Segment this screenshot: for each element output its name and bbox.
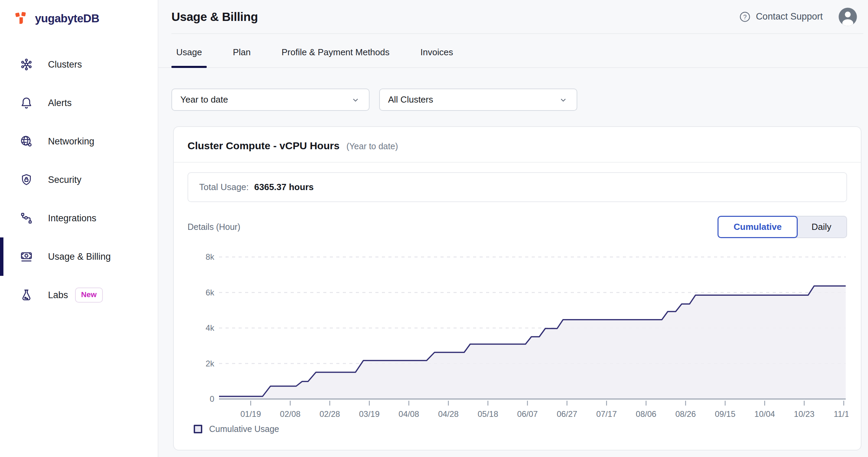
usage-area-chart: 02k4k6k8k01/1902/0802/2803/1904/0804/280…	[188, 247, 848, 419]
main-content: Usage & Billing ? Contact Support UsageP…	[158, 0, 868, 457]
new-badge: New	[75, 288, 103, 303]
x-tick-label: 09/15	[715, 409, 735, 419]
y-tick-label: 0	[210, 394, 214, 403]
cluster-select[interactable]: All Clusters	[379, 89, 577, 111]
usage-card: Cluster Compute - vCPU Hours (Year to da…	[173, 126, 861, 450]
tab-plan[interactable]: Plan	[228, 47, 255, 67]
x-tick-label: 04/08	[399, 409, 419, 419]
globe-gear-icon	[19, 134, 34, 149]
header-divider	[171, 33, 863, 34]
sidebar-item-security[interactable]: Security	[0, 161, 158, 199]
clusters-icon	[19, 57, 34, 72]
y-tick-label: 4k	[206, 323, 215, 332]
x-tick-label: 03/19	[359, 409, 379, 419]
sidebar-item-clusters[interactable]: Clusters	[0, 45, 158, 84]
usage-card-title: Cluster Compute - vCPU Hours	[188, 140, 339, 152]
y-tick-label: 8k	[206, 252, 215, 261]
sidebar: yugabyteDB Clusters Alerts Networking Se…	[0, 0, 158, 457]
x-tick-label: 10/23	[794, 409, 815, 419]
bell-icon	[19, 96, 34, 110]
x-tick-label: 01/19	[240, 409, 261, 419]
x-tick-label: 08/06	[636, 409, 656, 419]
chevron-down-icon	[558, 95, 568, 105]
x-tick-label: 04/28	[438, 409, 459, 419]
cluster-select-value: All Clusters	[388, 94, 433, 105]
contact-support-label: Contact Support	[756, 11, 823, 22]
details-label: Details (Hour)	[188, 222, 240, 232]
sidebar-item-label: Usage & Billing	[48, 251, 111, 262]
sidebar-item-label: Integrations	[48, 213, 96, 224]
cumulative-daily-toggle: CumulativeDaily	[718, 216, 847, 238]
contact-support-button[interactable]: ? Contact Support	[739, 11, 823, 23]
x-tick-label: 06/07	[517, 409, 538, 419]
sidebar-nav: Clusters Alerts Networking Security Inte…	[0, 45, 158, 314]
filters-row: Year to date All Clusters	[158, 89, 868, 111]
sidebar-item-usage-billing[interactable]: Usage & Billing	[0, 237, 158, 276]
svg-text:?: ?	[743, 13, 747, 20]
chart-legend: Cumulative Usage	[194, 424, 861, 434]
tab-invoices[interactable]: Invoices	[415, 47, 458, 67]
brand-name: yugabyteDB	[35, 12, 99, 25]
yugabyte-logo-mark	[14, 10, 30, 27]
usage-chart: 02k4k6k8k01/1902/0802/2803/1904/0804/280…	[188, 247, 847, 420]
chevron-down-icon	[350, 95, 361, 105]
tab-profile-payment-methods[interactable]: Profile & Payment Methods	[277, 47, 394, 67]
x-tick-label: 08/26	[675, 409, 696, 419]
page-title: Usage & Billing	[171, 10, 258, 24]
flask-icon	[19, 288, 34, 302]
billing-tabs: UsagePlanProfile & Payment MethodsInvoic…	[158, 47, 868, 68]
yugabytedb-logo[interactable]: yugabyteDB	[14, 10, 158, 27]
sidebar-item-label: Security	[48, 175, 82, 185]
x-tick-label: 02/08	[280, 409, 301, 419]
cumulative-usage-area	[219, 286, 846, 399]
user-avatar-icon[interactable]	[838, 7, 858, 27]
x-tick-label: 05/18	[478, 409, 498, 419]
sidebar-item-label: Networking	[48, 136, 94, 147]
date-range-select[interactable]: Year to date	[171, 89, 370, 111]
sidebar-item-networking[interactable]: Networking	[0, 122, 158, 161]
tab-usage[interactable]: Usage	[171, 47, 207, 67]
sidebar-item-alerts[interactable]: Alerts	[0, 84, 158, 122]
total-usage-box: Total Usage: 6365.37 hours	[188, 172, 847, 202]
legend-checkbox[interactable]	[194, 425, 202, 433]
x-tick-label: 10/04	[755, 409, 775, 419]
total-usage-label: Total Usage:	[199, 182, 249, 192]
sidebar-item-label: Labs	[48, 290, 68, 301]
total-usage-value: 6365.37 hours	[254, 182, 314, 192]
usage-card-subtitle: (Year to date)	[346, 141, 398, 151]
banknote-icon	[19, 249, 34, 264]
sidebar-item-label: Clusters	[48, 59, 82, 70]
topbar: Usage & Billing ? Contact Support	[158, 0, 868, 33]
x-tick-label: 11/13	[834, 409, 848, 419]
x-tick-label: 07/17	[596, 409, 617, 419]
cumulative-toggle-button[interactable]: Cumulative	[718, 216, 798, 238]
help-circle-icon: ?	[739, 11, 751, 23]
sidebar-item-integrations[interactable]: Integrations	[0, 199, 158, 237]
shield-lock-icon	[19, 173, 34, 187]
y-tick-label: 2k	[206, 359, 215, 368]
details-row: Details (Hour) CumulativeDaily	[188, 216, 847, 238]
date-range-value: Year to date	[180, 94, 228, 105]
sidebar-item-labs[interactable]: LabsNew	[0, 276, 158, 314]
integrations-icon	[19, 211, 34, 225]
daily-toggle-button[interactable]: Daily	[795, 216, 847, 238]
y-tick-label: 6k	[206, 288, 215, 297]
legend-label: Cumulative Usage	[209, 424, 279, 434]
x-tick-label: 06/27	[557, 409, 577, 419]
usage-card-header: Cluster Compute - vCPU Hours (Year to da…	[174, 127, 861, 163]
sidebar-item-label: Alerts	[48, 98, 72, 108]
x-tick-label: 02/28	[320, 409, 340, 419]
